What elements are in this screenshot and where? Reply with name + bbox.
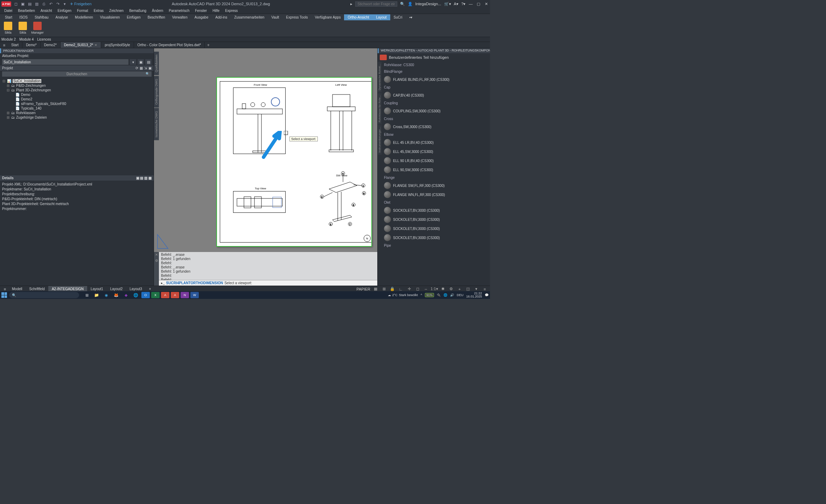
menu-zeichnen[interactable]: Zeichnen [106,8,126,13]
menu-bearbeiten[interactable]: Bearbeiten [15,8,37,13]
qat-undo-icon[interactable]: ↶ [48,1,53,6]
menu-einfügen[interactable]: Einfügen [55,8,74,13]
ribbon-tab-verwalten[interactable]: Verwalten [169,14,191,20]
pm-search-input[interactable]: Durchsuchen [2,71,152,77]
ribbon-tab-modellieren[interactable]: Modellieren [71,14,97,20]
ribbon-panel-module-2[interactable]: Module 2 [1,37,16,41]
tray-battery[interactable]: 91% [425,293,434,297]
canvas-side-tab[interactable]: Orthogonale DWG [154,76,159,107]
expand-icon[interactable]: ⊞ [6,84,10,88]
user-label[interactable]: IntegaDesign... [415,2,441,6]
ribbon-tab-verfügbare-apps[interactable]: Verfügbare Apps [311,14,344,20]
status-polar-icon[interactable]: ✛ [406,287,412,292]
tree-node[interactable]: ⊟📊SuCri_Installation [2,79,152,83]
qat-redo-icon[interactable]: ↷ [55,1,60,6]
menu-express[interactable]: Express [222,8,240,13]
tab-close-icon[interactable]: ✕ [94,43,97,47]
ribbon-panel-module-4[interactable]: Module 4 [19,37,34,41]
ribbon-tab-analyse[interactable]: Analyse [52,14,72,20]
status-grid-icon[interactable]: ▦ [372,287,379,292]
ribbon-tab-express-tools[interactable]: Express Tools [282,14,311,20]
menu-format[interactable]: Format [74,8,91,13]
menu-fenster[interactable]: Fenster [192,8,210,13]
left-viewport[interactable] [322,88,360,154]
command-history[interactable]: Befehl: _.eraseBefehl: 1 gefundenBefehl:… [159,252,377,280]
ribbon-btn-sikla[interactable]: Sikla [16,21,29,34]
apps-icon[interactable]: A▾ [454,2,458,6]
expand-icon[interactable]: ⊞ [6,115,10,119]
task-outlook-icon[interactable]: O [141,292,150,298]
tree-node[interactable]: 📄Typicals_140 [2,106,152,111]
status-iso-icon[interactable]: ◫ [465,287,471,292]
drawing-tab[interactable]: Start [8,42,22,48]
qat-dropdown-icon[interactable]: ▾ [62,1,67,6]
tree-node[interactable]: 📄Demo2 [2,97,152,102]
task-explorer-icon[interactable]: 📁 [92,292,101,298]
pm-folder-icon[interactable]: ▣ [148,66,152,70]
palette-item[interactable]: FLANGE WN,FL,RF,300 (CS300) [379,190,489,199]
drawing-tab[interactable]: Demo* [22,42,41,48]
palette-item[interactable]: ELL 45,SW,3000 (CS300) [379,147,489,156]
tree-node[interactable]: ⊞🗂Zugehörige Dateien [2,115,152,120]
qat-plot-icon[interactable]: ⎙ [41,1,46,6]
drawing-tab[interactable]: projSymbolStyle [101,42,134,48]
status-custom-icon[interactable]: ▾ [473,287,479,292]
ribbon-btn-sikla[interactable]: Sikla [1,21,15,34]
pm-project-combo[interactable] [2,59,128,65]
qat-open-icon[interactable]: ▣ [20,1,25,6]
expand-icon[interactable]: ⊟ [6,88,10,92]
ribbon-btn-manager[interactable]: Manager [31,21,44,34]
ribbon-tab-ortho-ansicht[interactable]: Ortho-Ansicht [344,14,372,20]
pm-det-btn3[interactable]: ▥ [144,176,147,180]
task-app1-icon[interactable]: ◆ [122,292,130,298]
expand-icon[interactable]: ⊟ [2,79,6,83]
pm-combo-dropdown-icon[interactable]: ▾ [130,59,136,65]
palette-item[interactable]: SOCKOLET,BV,3000 (CS300) [379,233,489,242]
palette-item[interactable]: ELL 90 LR,BV,40 (CS300) [379,156,489,165]
palette-add-custom[interactable]: Benutzerdefiniertes Teil hinzufügen [378,53,490,62]
drawing-tab[interactable]: Demo2* [41,42,61,48]
share-button[interactable]: ✈ Freigeben [70,2,92,6]
palette-item[interactable]: FLANGE SW,FL,RF,300 (CS300) [379,181,489,190]
close-button[interactable]: ✕ [484,2,489,6]
help-icon[interactable]: ?▾ [461,2,465,6]
status-anno-icon[interactable]: ✱ [440,287,446,292]
search-icon[interactable]: 🔍 [400,2,405,6]
qat-save-icon[interactable]: ▤ [27,1,32,6]
layout-menu-icon[interactable]: ≡ [1,287,8,291]
ribbon-tab-beschriften[interactable]: Beschriften [144,14,169,20]
help-search-input[interactable] [355,1,397,7]
palette-item[interactable]: SOCKOLET,BV,3000 (CS300) [379,206,489,215]
tree-node[interactable]: ⊞🗂P&ID-Zeichnungen [2,83,152,88]
drawing-canvas[interactable]: QuelldateienOrthogonale DWGIsometrische … [154,48,377,252]
status-dim-icon[interactable]: ↔ [423,287,429,292]
menu-extras[interactable]: Extras [91,8,106,13]
pm-det-btn4[interactable]: ▦ [148,176,152,180]
drawing-tab[interactable]: Demo2_SU013_2*✕ [61,42,101,48]
pm-toolbar-btn1[interactable]: ▣ [138,59,144,65]
status-snap-icon[interactable]: ⊞ [381,287,387,292]
task-view-icon[interactable]: ⊞ [83,292,91,298]
user-icon[interactable]: 👤 [408,2,413,6]
palette-item[interactable]: SOCKOLET,BV,3000 (CS300) [379,224,489,233]
status-scale-icon[interactable]: 1:1▾ [431,287,438,292]
menu-ändern[interactable]: Ändern [149,8,166,13]
ribbon-tab-sucri[interactable]: SuCri [390,14,406,20]
tray-network-icon[interactable]: 🌐 [443,293,447,297]
task-firefox-icon[interactable]: 🦊 [112,292,120,298]
ribbon-panel-licences[interactable]: Licences [37,37,51,41]
ribbon-tab-visualisieren[interactable]: Visualisieren [97,14,124,20]
task-edge-icon[interactable]: ◉ [102,292,111,298]
tray-lang[interactable]: DEU [457,293,463,297]
palette-item[interactable]: FLANGE BLIND,FL,RF,300 (CS300) [379,75,489,84]
ribbon-tab-more[interactable]: ▪▾ [406,14,416,20]
tray-power-icon[interactable]: 🔌 [437,293,441,297]
tree-node[interactable]: ⊞🗂Rohrklassen [2,111,152,115]
menu-bemaßung[interactable]: Bemaßung [126,8,149,13]
taskbar-search[interactable]: 🔍 [9,292,79,298]
palette-side-tab[interactable]: Instrumentierungsr... [378,125,382,155]
project-tree[interactable]: ⊟📊SuCri_Installation⊞🗂P&ID-Zeichnungen⊟🗂… [0,77,154,175]
menu-datei[interactable]: Datei [1,8,15,13]
palette-side-tab[interactable]: Rohrklasse für Rohr... [378,93,382,124]
ribbon-tab-layout[interactable]: Layout [373,14,390,20]
